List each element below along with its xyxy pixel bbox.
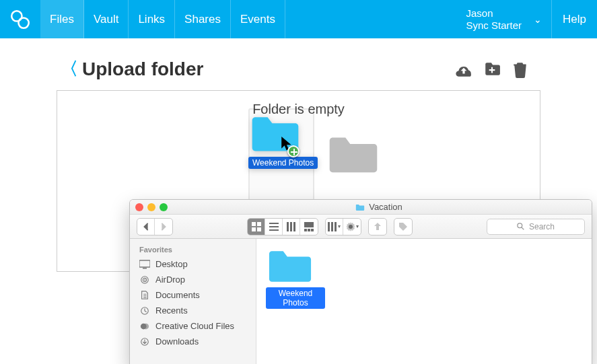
view-gallery-button[interactable]	[300, 219, 318, 235]
user-name: Jason	[466, 7, 522, 20]
finder-search[interactable]: Search	[487, 219, 585, 235]
nav-help[interactable]: Help	[552, 0, 597, 38]
user-menu[interactable]: Jason Sync Starter ⌄	[457, 0, 553, 38]
window-zoom-button[interactable]	[160, 203, 168, 211]
sidebar-item-downloads[interactable]: Downloads	[130, 334, 256, 349]
back-button[interactable]	[137, 219, 155, 235]
finder-titlebar[interactable]: Vacation	[130, 200, 592, 215]
nav-files[interactable]: Files	[40, 0, 84, 38]
window-close-button[interactable]	[135, 203, 143, 211]
nav-label: Links	[138, 13, 165, 26]
page-title: Upload folder	[82, 59, 203, 80]
share-segment	[368, 218, 387, 235]
tags-segment	[394, 218, 413, 235]
sidebar-item-label: Downloads	[155, 336, 199, 347]
sidebar-item-airdrop[interactable]: AirDrop	[130, 272, 256, 287]
placeholder-folder-icon	[326, 131, 380, 176]
finder-content[interactable]: Weekend Photos	[256, 239, 592, 364]
chevron-down-icon: ⌄	[534, 14, 542, 25]
sidebar-item-recents[interactable]: Recents	[130, 303, 256, 318]
upload-icon[interactable]	[454, 61, 473, 78]
action-menu-button[interactable]: ▾	[343, 219, 361, 235]
clock-icon	[139, 306, 150, 316]
back-button[interactable]: 〈	[61, 57, 78, 81]
nav-events[interactable]: Events	[231, 0, 285, 38]
search-icon	[517, 223, 525, 231]
nav-shares[interactable]: Shares	[175, 0, 231, 38]
sidebar-item-label: Documents	[155, 290, 200, 300]
nav-vault[interactable]: Vault	[84, 0, 129, 38]
nav-label: Events	[240, 13, 275, 26]
folder-icon	[266, 246, 314, 285]
sidebar-item-label: Creative Cloud Files	[155, 321, 234, 331]
creative-cloud-icon	[139, 322, 150, 331]
file-label: Weekend Photos	[266, 287, 325, 309]
user-plan: Sync Starter	[466, 20, 522, 32]
tags-button[interactable]	[394, 219, 412, 235]
finder-title: Vacation	[172, 202, 586, 212]
sidebar-item-documents[interactable]: Documents	[130, 287, 256, 303]
svg-point-29	[18, 17, 28, 28]
top-nav: Files Vault Links Shares Events Jason Sy…	[0, 0, 597, 38]
downloads-icon	[139, 337, 150, 347]
document-icon	[139, 291, 150, 300]
view-icons-button[interactable]	[248, 219, 265, 235]
window-minimize-button[interactable]	[147, 203, 155, 211]
sidebar-item-label: AirDrop	[155, 275, 185, 285]
new-folder-icon[interactable]	[483, 61, 501, 78]
finder-window: Vacation ▾ ▾ Search	[129, 199, 592, 364]
arrange-button[interactable]: ▾	[326, 219, 343, 235]
sidebar-item-desktop[interactable]: Desktop	[130, 256, 256, 272]
sidebar-item-creative-cloud[interactable]: Creative Cloud Files	[130, 318, 256, 334]
nav-label: Shares	[184, 13, 221, 26]
dragged-folder-label: Weekend Photos	[248, 157, 318, 169]
sidebar-heading: Favorites	[130, 243, 256, 256]
nav-label: Files	[50, 13, 74, 26]
finder-title-text: Vacation	[369, 202, 402, 212]
airdrop-icon	[139, 275, 150, 285]
nav-links[interactable]: Links	[129, 0, 175, 38]
help-label: Help	[563, 13, 586, 26]
sidebar-item-label: Desktop	[155, 259, 188, 269]
nav-back-forward	[137, 218, 173, 235]
nav-label: Vault	[94, 13, 119, 26]
arrange-segment: ▾ ▾	[325, 218, 361, 235]
forward-button[interactable]	[155, 219, 172, 235]
view-list-button[interactable]	[265, 219, 283, 235]
view-mode-segment	[247, 218, 318, 235]
finder-toolbar: ▾ ▾ Search	[130, 215, 592, 239]
dragged-folder: Weekend Photos	[248, 111, 318, 169]
app-logo[interactable]	[0, 8, 40, 31]
folder-icon	[355, 203, 365, 211]
sidebar-item-label: Recents	[155, 305, 188, 316]
trash-icon[interactable]	[511, 61, 530, 78]
page-header: 〈 Upload folder	[0, 38, 597, 90]
file-item[interactable]: Weekend Photos	[266, 246, 325, 309]
search-placeholder: Search	[529, 222, 555, 231]
finder-sidebar: Favorites Desktop AirDrop Documents Rece…	[130, 239, 256, 364]
drag-add-badge-icon	[287, 145, 300, 157]
share-button[interactable]	[369, 219, 386, 235]
desktop-icon	[139, 260, 150, 269]
view-columns-button[interactable]	[283, 219, 300, 235]
